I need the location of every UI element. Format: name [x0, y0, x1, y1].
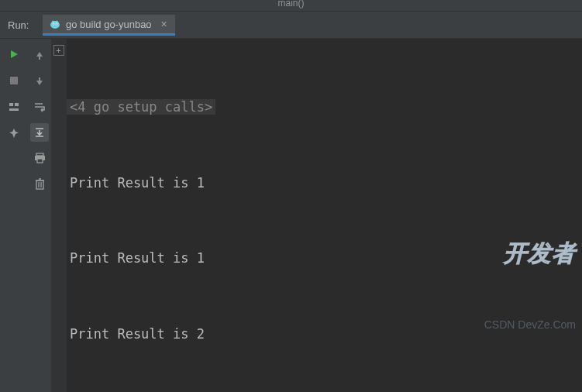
svg-point-5	[53, 23, 53, 24]
soft-wrap-button[interactable]	[30, 98, 49, 116]
down-arrow-icon[interactable]	[30, 72, 49, 91]
svg-point-0	[50, 21, 60, 29]
breadcrumb-main: main()	[277, 0, 304, 9]
svg-rect-11	[36, 153, 43, 156]
watermark: 开发者 CSDN DevZe.Com	[484, 191, 576, 387]
svg-point-6	[56, 23, 57, 24]
editor-topbar: main()	[0, 0, 582, 12]
svg-rect-7	[10, 77, 18, 84]
console-action-column	[28, 39, 51, 392]
svg-rect-14	[36, 181, 43, 189]
svg-rect-9	[15, 103, 19, 106]
svg-point-1	[52, 21, 54, 23]
run-label: Run:	[0, 19, 43, 31]
console-gutter: +	[51, 39, 67, 392]
up-arrow-icon[interactable]	[30, 46, 49, 65]
run-action-column	[0, 39, 28, 392]
svg-point-2	[56, 21, 58, 23]
clear-all-button[interactable]	[30, 174, 49, 193]
pin-button[interactable]	[6, 126, 22, 141]
output-line: Print Result is 1	[67, 246, 582, 271]
output-line: Print Result is 1	[67, 170, 582, 196]
folded-region[interactable]: <4 go setup calls>	[67, 99, 215, 115]
run-tab-label: go build go-yunbao	[66, 19, 152, 30]
svg-rect-8	[9, 103, 13, 106]
run-tab-active[interactable]: go build go-yunbao ×	[43, 15, 175, 36]
stop-button[interactable]	[6, 73, 22, 88]
close-icon[interactable]: ×	[161, 18, 167, 30]
scroll-to-end-button[interactable]	[30, 123, 49, 142]
run-tool-window: + <4 go setup calls> Print Result is 1 P…	[0, 39, 582, 392]
output-line: Print Result is 2	[67, 322, 582, 347]
console-output[interactable]: <4 go setup calls> Print Result is 1 Pri…	[67, 39, 582, 392]
layout-button[interactable]	[6, 99, 22, 115]
svg-rect-10	[9, 108, 19, 111]
print-button[interactable]	[30, 149, 49, 167]
svg-rect-13	[37, 159, 43, 163]
rerun-button[interactable]	[6, 46, 22, 62]
run-tabbar: Run: go build go-yunbao ×	[0, 12, 582, 39]
expand-fold-button[interactable]: +	[53, 45, 64, 56]
go-gopher-icon	[49, 18, 61, 30]
